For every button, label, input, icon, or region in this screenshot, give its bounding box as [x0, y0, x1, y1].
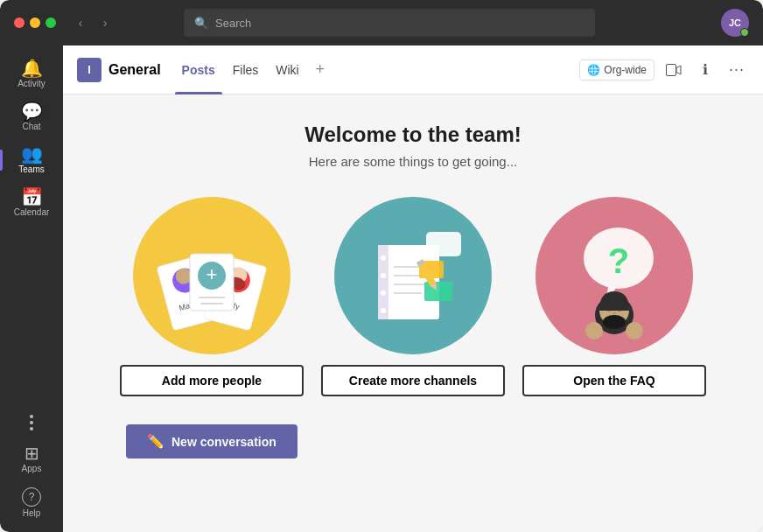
more-apps-button[interactable] — [30, 408, 33, 438]
svg-rect-0 — [667, 64, 676, 75]
sidebar-item-calendar[interactable]: 📅 Calendar — [0, 181, 63, 224]
teams-icon: 👥 — [21, 145, 43, 163]
org-wide-icon: 🌐 — [587, 64, 600, 76]
maximize-button[interactable] — [46, 18, 56, 28]
welcome-title: Welcome to the team! — [304, 122, 522, 147]
svg-point-22 — [381, 273, 386, 278]
channel-tabs: Posts Files Wiki + — [175, 60, 331, 80]
svg-point-21 — [381, 256, 386, 261]
sidebar-item-help[interactable]: ? Help — [0, 480, 63, 525]
traffic-lights — [14, 18, 56, 28]
svg-point-39 — [613, 312, 616, 315]
avatar-status-badge — [740, 28, 749, 37]
sidebar-label-teams: Teams — [18, 164, 44, 174]
create-channels-card: Create more channels — [321, 197, 505, 396]
tab-files[interactable]: Files — [226, 60, 266, 80]
add-people-illustration: Maxine Jody — [133, 197, 290, 354]
search-icon: 🔍 — [194, 17, 208, 30]
new-conversation-button[interactable]: ✏️ New conversation — [126, 424, 298, 458]
create-channels-button[interactable]: Create more channels — [321, 365, 505, 396]
sidebar-item-apps[interactable]: ⊞ Apps — [0, 438, 63, 480]
sidebar-label-apps: Apps — [22, 464, 42, 473]
svg-text:?: ? — [608, 242, 629, 280]
new-conversation-label: New conversation — [172, 435, 276, 449]
svg-rect-25 — [426, 232, 461, 256]
back-button[interactable]: ‹ — [70, 12, 91, 33]
dot-1 — [30, 415, 33, 418]
svg-point-42 — [626, 322, 643, 340]
more-options-button[interactable]: ··· — [724, 58, 749, 82]
search-placeholder: Search — [215, 17, 251, 30]
svg-point-40 — [603, 315, 626, 329]
titlebar: ‹ › 🔍 Search JC — [0, 0, 763, 46]
sidebar-label-calendar: Calendar — [14, 207, 50, 217]
faq-card: ? — [522, 197, 706, 396]
nav-arrows: ‹ › — [70, 12, 116, 33]
activity-icon: 🔔 — [21, 60, 43, 77]
content-pane: I General Posts Files Wiki + 🌐 Org-wide — [63, 46, 763, 532]
new-conversation-icon: ✏️ — [147, 433, 164, 450]
apps-icon: ⊞ — [24, 444, 39, 462]
help-icon: ? — [22, 487, 41, 507]
org-wide-label: Org-wide — [604, 64, 647, 76]
tab-posts[interactable]: Posts — [175, 60, 222, 80]
faq-illustration: ? — [536, 197, 693, 354]
close-button[interactable] — [14, 18, 24, 28]
sidebar-label-help: Help — [23, 508, 41, 518]
add-tab-button[interactable]: + — [310, 60, 331, 80]
svg-point-24 — [381, 308, 386, 313]
minimize-button[interactable] — [30, 18, 40, 28]
search-bar[interactable]: 🔍 Search — [184, 9, 595, 37]
svg-point-23 — [381, 290, 386, 296]
svg-point-41 — [585, 322, 603, 340]
team-icon: I — [77, 58, 102, 82]
channel-name: General — [108, 62, 161, 78]
info-button[interactable]: ℹ — [693, 58, 718, 82]
create-channels-illustration — [334, 197, 492, 354]
sidebar-item-teams[interactable]: 👥 Teams — [0, 138, 63, 181]
sidebar-label-chat: Chat — [22, 122, 40, 131]
sidebar-item-chat[interactable]: 💬 Chat — [0, 95, 63, 138]
tab-wiki[interactable]: Wiki — [269, 60, 305, 80]
main-area: 🔔 Activity 💬 Chat 👥 Teams 📅 Calendar — [0, 46, 763, 532]
header-actions: 🌐 Org-wide ℹ ··· — [579, 58, 749, 82]
sidebar-item-activity[interactable]: 🔔 Activity — [0, 52, 63, 95]
add-people-card: Maxine Jody — [120, 197, 304, 396]
cards-row: Maxine Jody — [120, 197, 706, 396]
app-window: ‹ › 🔍 Search JC 🔔 Activity 💬 Chat 👥 T — [0, 0, 763, 532]
welcome-area: Welcome to the team! Here are some thing… — [63, 94, 763, 532]
svg-rect-28 — [424, 282, 452, 301]
video-call-button[interactable] — [662, 58, 686, 82]
org-wide-badge[interactable]: 🌐 Org-wide — [579, 60, 654, 80]
chat-icon: 💬 — [21, 102, 43, 120]
welcome-subtitle: Here are some things to get going... — [309, 154, 517, 169]
dot-2 — [30, 421, 33, 424]
sidebar: 🔔 Activity 💬 Chat 👥 Teams 📅 Calendar — [0, 46, 63, 532]
sidebar-label-activity: Activity — [18, 79, 46, 88]
channel-header: I General Posts Files Wiki + 🌐 Org-wide — [63, 46, 763, 94]
avatar-container[interactable]: JC — [721, 9, 749, 37]
svg-text:+: + — [206, 263, 218, 285]
open-faq-button[interactable]: Open the FAQ — [522, 365, 706, 396]
calendar-icon: 📅 — [21, 188, 43, 206]
forward-button[interactable]: › — [94, 12, 116, 33]
dot-3 — [30, 427, 33, 430]
add-people-button[interactable]: Add more people — [120, 365, 304, 396]
